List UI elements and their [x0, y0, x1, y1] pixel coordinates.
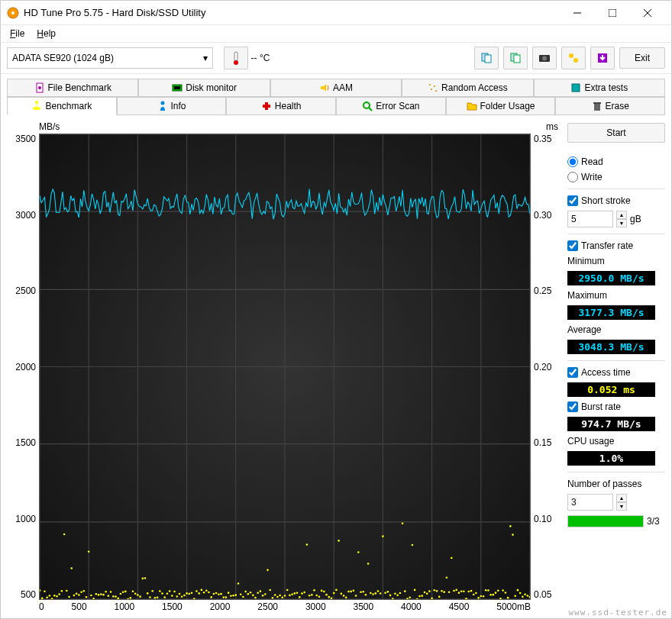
y-axis-right: 0.35 0.30 0.25 0.20 0.15 0.10 0.05 — [531, 134, 561, 600]
svg-point-214 — [441, 590, 443, 592]
svg-point-101 — [163, 596, 166, 598]
svg-point-56 — [53, 595, 56, 597]
menu-help[interactable]: Help — [32, 27, 60, 40]
svg-point-126 — [225, 596, 228, 598]
svg-point-226 — [470, 590, 473, 592]
screenshot-icon[interactable] — [532, 47, 557, 69]
svg-point-241 — [507, 597, 509, 599]
minimize-button[interactable] — [560, 1, 595, 25]
write-radio[interactable] — [567, 172, 578, 182]
svg-point-180 — [357, 551, 360, 553]
info-icon — [157, 101, 168, 111]
svg-point-224 — [465, 598, 467, 599]
tab-benchmark[interactable]: Benchmark — [7, 97, 117, 115]
svg-point-212 — [436, 590, 438, 592]
settings-icon[interactable] — [561, 47, 586, 69]
svg-point-142 — [264, 593, 267, 595]
tab-file-benchmark[interactable]: File Benchmark — [7, 79, 138, 97]
pass-progress-bar — [567, 515, 644, 527]
tab-folder-usage[interactable]: Folder Usage — [446, 97, 556, 115]
svg-point-183 — [365, 594, 367, 596]
thermometer-icon[interactable] — [224, 47, 248, 69]
svg-point-201 — [409, 596, 411, 598]
tab-erase[interactable]: Erase — [555, 97, 665, 115]
device-select[interactable]: ADATA SE920 (1024 gB) ▾ — [7, 47, 213, 69]
passes-spin-up[interactable]: ▲ — [616, 494, 627, 502]
svg-point-107 — [179, 593, 181, 595]
close-button[interactable] — [630, 1, 665, 25]
svg-point-192 — [387, 591, 389, 593]
titlebar: HD Tune Pro 5.75 - Hard Disk/SSD Utility — [1, 1, 671, 25]
svg-point-109 — [183, 595, 186, 597]
maximum-value: 3177.3 MB/s — [567, 305, 655, 320]
tab-aam[interactable]: AAM — [270, 79, 402, 97]
svg-point-247 — [522, 596, 524, 598]
svg-point-28 — [160, 102, 164, 105]
svg-point-188 — [377, 590, 380, 592]
svg-point-21 — [429, 84, 431, 85]
tab-error-scan[interactable]: Error Scan — [336, 97, 446, 115]
side-panel: Start Read Write Short stroke ▲▼ gB Tran… — [567, 121, 665, 612]
svg-point-55 — [51, 598, 53, 599]
read-radio[interactable] — [567, 156, 578, 167]
svg-point-1 — [11, 11, 15, 15]
svg-point-185 — [370, 592, 372, 595]
short-stroke-check[interactable] — [567, 195, 578, 206]
tab-random-access[interactable]: Random Access — [402, 79, 533, 97]
tab-extra-tests[interactable]: Extra tests — [534, 79, 665, 97]
chevron-down-icon: ▾ — [203, 53, 208, 63]
svg-point-173 — [341, 593, 343, 595]
access-time-check[interactable] — [567, 367, 578, 378]
svg-point-124 — [220, 593, 222, 595]
svg-point-147 — [276, 596, 279, 598]
svg-point-63 — [70, 567, 73, 569]
num-passes-input[interactable] — [567, 494, 613, 511]
passes-spin-down[interactable]: ▼ — [616, 502, 627, 511]
exit-button[interactable]: Exit — [619, 47, 665, 69]
svg-point-220 — [455, 589, 457, 592]
transfer-rate-check[interactable] — [567, 240, 578, 251]
svg-point-170 — [333, 592, 335, 595]
svg-point-88 — [132, 590, 134, 592]
app-icon — [7, 7, 19, 19]
chart-area: MB/s ms 3500 3000 2500 2000 1500 1000 50… — [7, 121, 561, 612]
svg-point-57 — [56, 595, 58, 598]
svg-point-73 — [95, 593, 98, 595]
save-icon[interactable] — [590, 47, 615, 69]
tab-health[interactable]: Health — [226, 97, 336, 115]
svg-point-177 — [350, 591, 352, 593]
svg-point-100 — [161, 592, 163, 595]
svg-point-143 — [267, 569, 269, 572]
spin-up[interactable]: ▲ — [616, 211, 627, 219]
svg-point-139 — [257, 592, 259, 595]
menu-file[interactable]: File — [5, 27, 29, 40]
svg-point-113 — [193, 598, 195, 599]
copy-results-icon[interactable] — [503, 47, 528, 69]
maximize-button[interactable] — [595, 1, 630, 25]
start-button[interactable]: Start — [567, 123, 665, 143]
svg-point-250 — [529, 596, 530, 598]
svg-point-187 — [374, 592, 376, 595]
svg-point-106 — [176, 595, 178, 598]
svg-point-29 — [363, 102, 370, 108]
svg-point-135 — [247, 593, 250, 595]
svg-point-223 — [463, 590, 465, 592]
tab-disk-monitor[interactable]: Disk monitor — [138, 79, 270, 97]
spin-down[interactable]: ▼ — [616, 219, 627, 227]
svg-point-87 — [129, 597, 131, 599]
svg-point-157 — [301, 592, 303, 595]
svg-point-159 — [306, 543, 309, 546]
burst-rate-check[interactable] — [567, 401, 578, 412]
y-right-label: ms — [546, 121, 558, 132]
svg-point-186 — [372, 593, 374, 595]
svg-point-203 — [414, 589, 416, 592]
menubar: File Help — [1, 25, 671, 42]
svg-point-197 — [399, 592, 402, 595]
svg-point-61 — [66, 590, 68, 592]
copy-icon[interactable] — [474, 47, 499, 69]
tab-info[interactable]: Info — [117, 97, 227, 115]
svg-rect-11 — [514, 55, 520, 63]
svg-point-125 — [222, 596, 225, 598]
watermark: www.ssd-tester.de — [568, 608, 667, 617]
short-stroke-input[interactable] — [567, 211, 613, 227]
